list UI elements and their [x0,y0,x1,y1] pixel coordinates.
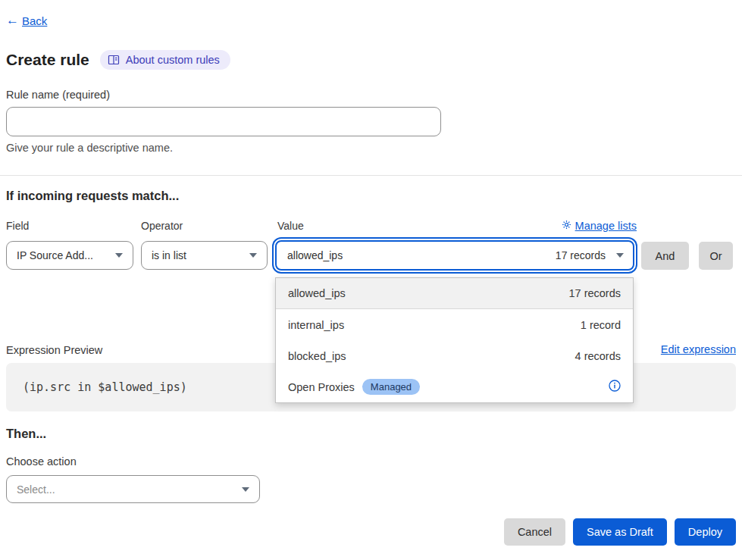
deploy-button[interactable]: Deploy [675,518,736,546]
operator-label: Operator [141,220,183,232]
gear-icon [562,220,571,232]
field-select[interactable]: IP Source Add... [6,241,133,270]
back-arrow-icon: ← [6,13,19,28]
edit-expression-label[interactable]: Edit expression [661,343,736,355]
footer-actions: Cancel Save as Draft Deploy [504,518,736,546]
cancel-button[interactable]: Cancel [504,518,565,546]
info-icon[interactable] [609,380,621,394]
title-row: Create rule About custom rules [6,50,230,70]
back-link[interactable]: ← Back [6,13,47,28]
value-dropdown-panel: allowed_ips 17 records internal_ips 1 re… [275,277,634,403]
field-select-value: IP Source Add... [17,249,93,261]
manage-lists-label[interactable]: Manage lists [575,220,637,232]
chevron-down-icon [115,253,123,258]
list-item-internal-ips[interactable]: internal_ips 1 record [276,309,633,340]
and-button[interactable]: And [641,242,689,270]
rule-name-helper: Give your rule a descriptive name. [6,142,173,154]
operator-select[interactable]: is in list [141,241,268,270]
value-label: Value [277,220,304,232]
create-rule-page: ← Back Create rule About custom rules Ru… [0,0,742,560]
about-custom-rules-label: About custom rules [126,54,220,66]
choose-action-label: Choose action [6,455,77,468]
list-item-count: 1 record [581,319,621,331]
list-item-open-proxies[interactable]: Open Proxies Managed [276,371,633,402]
expression-code: (ip.src in $allowed_ips) [23,380,187,394]
value-select[interactable]: allowed_ips 17 records [275,240,634,271]
action-select[interactable]: Select... [6,475,260,503]
list-item-name: Open Proxies [288,381,355,393]
chevron-down-icon [616,253,624,258]
section-divider [0,175,742,176]
back-link-label[interactable]: Back [22,14,47,27]
value-select-value: allowed_ips [287,249,343,261]
list-item-name: allowed_ips [288,287,346,299]
managed-badge: Managed [362,379,420,395]
operator-select-value: is in list [152,249,186,261]
rule-name-label: Rule name (required) [6,89,110,101]
page-title: Create rule [6,51,89,69]
rule-name-input[interactable] [6,107,441,136]
list-item-count: 17 records [568,287,621,299]
list-item-allowed-ips[interactable]: allowed_ips 17 records [276,278,633,309]
or-button[interactable]: Or [699,242,733,270]
save-as-draft-button[interactable]: Save as Draft [573,518,667,546]
value-select-count: 17 records [556,249,606,261]
chevron-down-icon [249,253,257,258]
action-select-placeholder: Select... [17,483,55,496]
list-item-blocked-ips[interactable]: blocked_ips 4 records [276,340,633,371]
manage-lists-link[interactable]: Manage lists [562,220,637,232]
expression-preview-label: Expression Preview [6,344,102,356]
then-section-heading: Then... [6,427,46,441]
book-icon [108,55,120,65]
list-item-name: blocked_ips [288,350,346,362]
match-section-heading: If incoming requests match... [6,189,179,203]
field-label: Field [6,220,29,232]
chevron-down-icon [242,487,249,492]
list-item-name: internal_ips [288,319,344,331]
edit-expression-link[interactable]: Edit expression [661,343,736,355]
list-item-count: 4 records [575,350,621,362]
about-custom-rules-link[interactable]: About custom rules [100,50,230,70]
